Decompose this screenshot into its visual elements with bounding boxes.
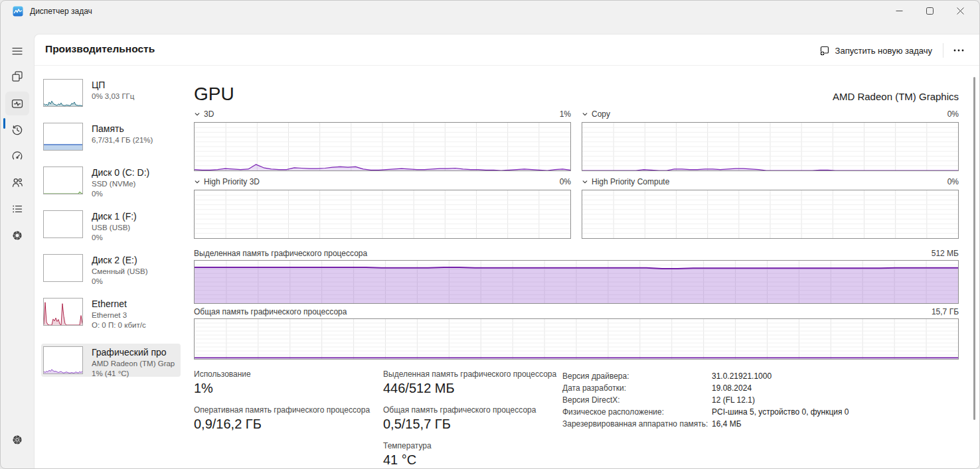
- gpu-panel-title: GPU: [194, 85, 234, 103]
- window-title: Диспетчер задач: [30, 7, 92, 16]
- disk0-mini-chart: [43, 167, 83, 194]
- chart-value-hp3d: 0%: [560, 177, 571, 186]
- sidebar-item-details[interactable]: [5, 197, 29, 221]
- history-icon: [11, 124, 23, 136]
- item-subtitle2: 0%: [92, 189, 175, 200]
- sidebar-item-app-history[interactable]: [5, 118, 29, 142]
- run-new-task-button[interactable]: Запустить новую задачу: [813, 41, 939, 60]
- ellipsis-icon: [953, 49, 964, 52]
- list-item-ethernet[interactable]: Ethernet Ethernet 3 О: 0 П: 0 кбит/с: [41, 295, 181, 338]
- stat-label-usage: Использование: [194, 369, 383, 379]
- disk2-mini-chart: [43, 254, 83, 282]
- gpu-device-name: AMD Radeon (TM) Graphics: [833, 91, 959, 103]
- chevron-down-icon[interactable]: [194, 111, 201, 117]
- stat-value-temperature: 41 °C: [383, 452, 562, 468]
- close-icon: [957, 7, 964, 15]
- window-controls: [884, 1, 975, 21]
- chart-label-dedicated-memory: Выделенная память графического процессор…: [194, 249, 367, 258]
- scrollbar-thumb[interactable]: [973, 77, 975, 420]
- chevron-down-icon[interactable]: [194, 178, 201, 185]
- chart-label-shared-memory: Общая память графического процессора: [194, 307, 347, 316]
- vertical-scrollbar[interactable]: [973, 77, 976, 458]
- menu-button[interactable]: [5, 39, 29, 63]
- more-options-button[interactable]: [947, 41, 970, 60]
- chart-label-hpcompute: High Priority Compute: [592, 177, 669, 186]
- performance-list: ЦП 0% 3,03 ГГц Память 6,7/31,4 ГБ (21%) …: [41, 76, 181, 377]
- gpu-details: Версия драйвера: 31.0.21921.1000 Дата ра…: [562, 369, 959, 469]
- minimize-icon: [896, 7, 903, 15]
- stat-value-shared: 0,5/15,7 ГБ: [383, 417, 562, 432]
- item-title: Диск 0 (C: D:): [92, 167, 175, 179]
- detail-row-physical-location: Физическое расположение: PCI-шина 5, уст…: [562, 406, 959, 418]
- list-item-disk2[interactable]: Диск 2 (E:) Сменный (USB) 0%: [41, 251, 181, 295]
- gear-icon: [11, 434, 23, 446]
- minimize-button[interactable]: [884, 1, 914, 21]
- item-subtitle: 0% 3,03 ГГц: [92, 92, 175, 102]
- sidebar-item-users[interactable]: [5, 170, 29, 194]
- close-button[interactable]: [945, 1, 975, 21]
- chart-label-hp3d: High Priority 3D: [204, 177, 260, 186]
- item-subtitle: AMD Radeon (TM) Grap: [92, 359, 175, 369]
- stat-value-usage: 1%: [194, 381, 383, 396]
- gpu-dedicated-memory-chart: [194, 260, 959, 304]
- task-manager-window: Диспетчер задач: [0, 0, 980, 469]
- chevron-down-icon[interactable]: [582, 111, 588, 117]
- list-item-gpu[interactable]: Графический про AMD Radeon (TM) Grap 1% …: [41, 344, 181, 377]
- list-item-disk1[interactable]: Диск 1 (F:) USB (USB) 0%: [41, 207, 181, 251]
- menu-icon: [11, 45, 23, 57]
- item-subtitle: USB (USB): [92, 223, 175, 234]
- performance-icon: [11, 98, 23, 109]
- speedometer-icon: [11, 150, 23, 162]
- detail-row-reserved-memory: Зарезервированная аппаратно память: 16,4…: [562, 418, 959, 430]
- maximize-button[interactable]: [914, 1, 945, 21]
- detail-row-driver-version: Версия драйвера: 31.0.21921.1000: [562, 370, 959, 382]
- item-title: Память: [92, 123, 175, 135]
- item-subtitle: Ethernet 3: [92, 310, 175, 321]
- stat-value-gpu-ram: 0,9/16,2 ГБ: [194, 417, 383, 432]
- sidebar-item-services[interactable]: [5, 224, 29, 247]
- header-divider: [943, 43, 943, 58]
- cpu-mini-chart: [43, 79, 83, 107]
- stat-label-dedicated: Выделенная память графического процессор…: [383, 369, 562, 379]
- gpu-3d-chart: [194, 122, 571, 171]
- chart-max-shared-memory: 15,7 ГБ: [932, 307, 959, 316]
- chart-label-3d: 3D: [204, 109, 214, 119]
- page-title: Производительность: [45, 43, 155, 55]
- settings-button[interactable]: [5, 428, 29, 452]
- titlebar: Диспетчер задач: [1, 1, 979, 34]
- item-subtitle: 6,7/31,4 ГБ (21%): [92, 135, 175, 146]
- sidebar-item-processes[interactable]: [5, 64, 29, 88]
- content-card: Производительность Запустить новую задач…: [34, 34, 979, 468]
- gpu-panel: GPU AMD Radeon (TM) Graphics 3D 1% Copy: [194, 69, 959, 469]
- item-subtitle: SSD (NVMe): [92, 179, 175, 190]
- memory-mini-chart: [43, 123, 83, 151]
- services-cog-icon: [11, 230, 23, 241]
- sidebar-item-performance[interactable]: [5, 92, 29, 115]
- item-title: Диск 2 (E:): [92, 255, 175, 267]
- item-title: ЦП: [92, 80, 175, 92]
- gpu-copy-chart: [582, 122, 959, 171]
- item-title: Диск 1 (F:): [92, 211, 175, 223]
- detail-row-driver-date: Дата разработки: 19.08.2024: [562, 382, 959, 394]
- sidebar-item-startup-apps[interactable]: [5, 144, 29, 168]
- nav-rail: [1, 21, 34, 468]
- list-item-memory[interactable]: Память 6,7/31,4 ГБ (21%): [41, 119, 181, 163]
- stat-label-temperature: Температура: [383, 441, 562, 450]
- run-new-task-label: Запустить новую задачу: [835, 46, 932, 56]
- gpu-shared-memory-chart: [194, 318, 959, 360]
- chart-value-3d: 1%: [560, 109, 571, 119]
- list-item-cpu[interactable]: ЦП 0% 3,03 ГГц: [41, 76, 181, 119]
- detail-row-directx: Версия DirectX: 12 (FL 12.1): [562, 394, 959, 406]
- stat-label-shared: Общая память графического процессора: [383, 405, 562, 415]
- disk1-mini-chart: [43, 210, 83, 238]
- app-icon: [13, 6, 23, 17]
- chart-value-copy: 0%: [947, 109, 959, 119]
- item-subtitle2: О: 0 П: 0 кбит/с: [92, 320, 175, 331]
- item-title: Ethernet: [92, 299, 175, 310]
- list-item-disk0[interactable]: Диск 0 (C: D:) SSD (NVMe) 0%: [41, 163, 181, 207]
- gpu-hp3d-chart: [194, 190, 571, 239]
- gpu-hpcompute-chart: [582, 190, 959, 239]
- users-icon: [11, 176, 23, 188]
- chevron-down-icon[interactable]: [582, 178, 588, 185]
- stat-value-dedicated: 446/512 МБ: [383, 381, 562, 396]
